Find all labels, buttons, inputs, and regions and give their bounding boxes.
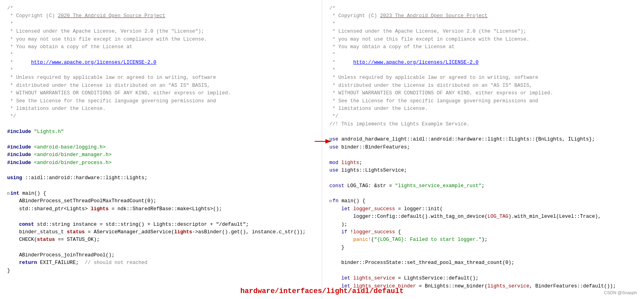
left-blank-5 xyxy=(7,213,315,221)
left-line-7: * xyxy=(7,51,315,59)
right-blank-1 xyxy=(329,128,637,136)
right-line-9: * xyxy=(329,66,637,74)
right-panel: /* * Copyright (C) 2023 The Android Open… xyxy=(322,0,644,299)
right-line-10: * Unless required by applicable law or a… xyxy=(329,74,637,82)
right-fn-main: ⊟fn main() { xyxy=(329,197,637,205)
left-blank-2 xyxy=(7,136,315,143)
right-mod: mod lights; xyxy=(329,159,637,167)
right-blank-2 xyxy=(329,151,637,159)
left-line-13: * See the License for the specific langu… xyxy=(7,98,315,105)
left-main-6: ABinderProcess_joinThreadPool(); xyxy=(7,252,315,259)
right-line-2: * Copyright (C) 2023 The Android Open So… xyxy=(329,12,637,20)
right-let-3: ); xyxy=(329,221,637,229)
left-main-4: binder_status_t status = AServiceManager… xyxy=(7,229,315,236)
left-main-2: std::shared_ptr<Lights> lights = ndk::Sh… xyxy=(7,205,315,213)
right-use-2: use binder::BinderFeatures; xyxy=(329,144,637,151)
right-line-11: * distributed under the License is distr… xyxy=(329,82,637,90)
right-line-4: * Licensed under the Apache License, Ver… xyxy=(329,28,637,35)
left-main-fold: ⊟int main() { xyxy=(7,190,315,197)
right-blank-3 xyxy=(329,174,637,182)
right-line-1: /* xyxy=(329,5,637,12)
right-line-6: * You may obtain a copy of the License a… xyxy=(329,43,637,51)
left-line-14: * limitations under the License. xyxy=(7,105,315,113)
left-line-1: /* xyxy=(7,5,315,12)
left-blank-6 xyxy=(7,244,315,252)
left-line-15: */ xyxy=(7,113,315,120)
right-close-if: } xyxy=(329,244,637,252)
right-blank-5 xyxy=(329,252,637,259)
left-include-4: #include <android/binder_process.h> xyxy=(7,159,315,167)
left-apache-link[interactable]: http://www.apache.org/licenses/LICENSE-2… xyxy=(31,60,156,65)
right-line-12: * WITHOUT WARRANTIES OR CONDITIONS OF AN… xyxy=(329,90,637,97)
right-copyright-link: 2023 The Android Open Source Project xyxy=(380,13,488,19)
right-line-5: * you may not use this file except in co… xyxy=(329,36,637,43)
right-apache-link[interactable]: http://www.apache.org/licenses/LICENSE-2… xyxy=(353,60,479,65)
right-line-15: */ xyxy=(329,113,637,120)
main-container: /* * Copyright (C) 2020 The Android Open… xyxy=(0,0,644,299)
left-main-7: return EXIT_FAILURE; // should not reach… xyxy=(7,259,315,267)
left-include-1: #include "Lights.h" xyxy=(7,128,315,136)
right-line-16: //! This implements the Lights Example S… xyxy=(329,121,637,128)
left-line-10: * Unless required by applicable law or a… xyxy=(7,74,315,82)
right-const: const LOG_TAG: &str = "lights_service_ex… xyxy=(329,182,637,190)
left-blank-1 xyxy=(7,121,315,128)
left-line-2: * Copyright (C) 2020 The Android Open So… xyxy=(7,12,315,20)
right-line-13: * See the License for the specific langu… xyxy=(329,98,637,105)
footer-path: hardware/interfaces/light/aidl/default xyxy=(240,287,403,295)
footer: hardware/interfaces/light/aidl/default xyxy=(0,287,644,295)
left-include-3: #include <android/binder_manager.h> xyxy=(7,151,315,159)
left-main-close: } xyxy=(7,267,315,275)
left-line-6: * You may obtain a copy of the License a… xyxy=(7,43,315,51)
right-line-3: * xyxy=(329,20,637,28)
left-panel: /* * Copyright (C) 2020 The Android Open… xyxy=(0,0,322,299)
left-line-4: * Licensed under the Apache License, Ver… xyxy=(7,28,315,35)
right-blank-4 xyxy=(329,190,637,197)
left-blank-4 xyxy=(7,182,315,190)
left-main-5: CHECK(status == STATUS_OK); xyxy=(7,236,315,244)
left-using: using ::aidl::android::hardware::light::… xyxy=(7,174,315,182)
right-panic: panic!("{LOG_TAG}: Failed to start logge… xyxy=(329,236,637,244)
left-main-3: const std::string instance = std::string… xyxy=(7,221,315,229)
right-use-1: use android_hardware_light::aidl::androi… xyxy=(329,136,637,143)
right-let-ls: let lights_service = LightsService::defa… xyxy=(329,275,637,282)
left-line-11: * distributed under the License is distr… xyxy=(7,82,315,90)
left-line-3: * xyxy=(7,20,315,28)
right-if: if !logger_success { xyxy=(329,229,637,236)
left-main-1: ABinderProcess_setThreadPoolMaxThreadCou… xyxy=(7,197,315,205)
right-line-14: * limitations under the License. xyxy=(329,105,637,113)
left-copyright-link: 2020 The Android Open Source Project xyxy=(58,13,165,19)
left-include-2: #include <android-base/logging.h> xyxy=(7,144,315,151)
right-blank-6 xyxy=(329,267,637,275)
left-blank-3 xyxy=(7,167,315,174)
left-line-9: * xyxy=(7,66,315,74)
right-line-8: * http://www.apache.org/licenses/LICENSE… xyxy=(329,59,637,66)
left-line-8: * http://www.apache.org/licenses/LICENSE… xyxy=(7,59,315,66)
right-let-1: let logger_success = logger::init( xyxy=(329,205,637,213)
right-let-2: logger::Config::default().with_tag_on_de… xyxy=(329,213,637,221)
right-use-3: use lights::LightsService; xyxy=(329,167,637,174)
right-binder-1: binder::ProcessState::set_thread_pool_ma… xyxy=(329,259,637,267)
diff-arrow xyxy=(314,135,334,147)
left-line-12: * WITHOUT WARRANTIES OR CONDITIONS OF AN… xyxy=(7,90,315,97)
left-line-5: * you may not use this file except in co… xyxy=(7,36,315,43)
footer-credit: CSDN @Snasph xyxy=(604,290,637,295)
right-line-7: * xyxy=(329,51,637,59)
